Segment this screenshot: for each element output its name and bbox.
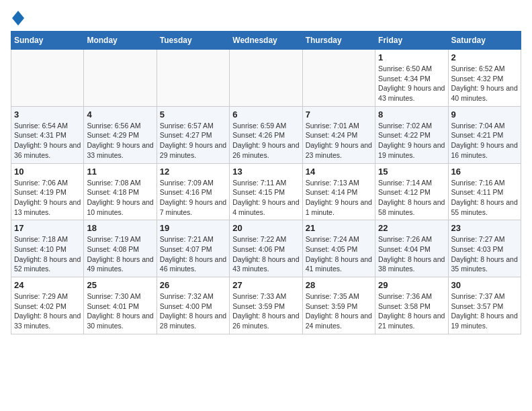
weekday-header: Wednesday (230, 32, 302, 50)
calendar-cell: 18Sunrise: 7:19 AM Sunset: 4:08 PM Dayli… (84, 220, 157, 277)
day-number: 24 (14, 280, 81, 290)
day-info: Sunrise: 6:50 AM Sunset: 4:34 PM Dayligh… (378, 64, 445, 103)
day-info: Sunrise: 7:11 AM Sunset: 4:15 PM Dayligh… (232, 178, 299, 218)
day-number: 28 (306, 280, 372, 290)
calendar-cell: 24Sunrise: 7:29 AM Sunset: 4:02 PM Dayli… (11, 277, 84, 334)
day-number: 16 (451, 167, 518, 177)
day-info: Sunrise: 7:33 AM Sunset: 3:59 PM Dayligh… (232, 291, 299, 331)
calendar-cell: 22Sunrise: 7:26 AM Sunset: 4:04 PM Dayli… (375, 220, 448, 277)
day-number: 20 (232, 223, 299, 233)
weekday-header: Sunday (11, 32, 84, 50)
day-number: 14 (306, 167, 372, 177)
calendar-cell (84, 50, 157, 107)
day-info: Sunrise: 6:54 AM Sunset: 4:31 PM Dayligh… (14, 121, 81, 161)
day-number: 7 (306, 109, 372, 120)
calendar-header-row: SundayMondayTuesdayWednesdayThursdayFrid… (11, 32, 521, 50)
weekday-header: Thursday (302, 32, 375, 50)
calendar-cell: 12Sunrise: 7:09 AM Sunset: 4:16 PM Dayli… (157, 163, 229, 220)
day-info: Sunrise: 6:59 AM Sunset: 4:26 PM Dayligh… (232, 121, 299, 161)
day-info: Sunrise: 7:14 AM Sunset: 4:12 PM Dayligh… (378, 178, 445, 218)
calendar-cell (157, 50, 229, 107)
calendar-cell: 17Sunrise: 7:18 AM Sunset: 4:10 PM Dayli… (11, 220, 84, 277)
header (11, 11, 521, 23)
calendar-cell: 25Sunrise: 7:30 AM Sunset: 4:01 PM Dayli… (84, 277, 157, 334)
calendar-cell: 1Sunrise: 6:50 AM Sunset: 4:34 PM Daylig… (375, 50, 448, 107)
calendar-cell (230, 50, 302, 107)
day-number: 3 (14, 109, 81, 120)
calendar-cell: 11Sunrise: 7:08 AM Sunset: 4:18 PM Dayli… (84, 163, 157, 220)
calendar-cell: 10Sunrise: 7:06 AM Sunset: 4:19 PM Dayli… (11, 163, 84, 220)
calendar-cell: 27Sunrise: 7:33 AM Sunset: 3:59 PM Dayli… (230, 277, 302, 334)
day-number: 13 (232, 167, 299, 177)
day-number: 18 (87, 223, 153, 233)
day-info: Sunrise: 6:56 AM Sunset: 4:29 PM Dayligh… (87, 121, 153, 161)
calendar-cell: 20Sunrise: 7:22 AM Sunset: 4:06 PM Dayli… (230, 220, 302, 277)
calendar-cell: 4Sunrise: 6:56 AM Sunset: 4:29 PM Daylig… (84, 106, 157, 163)
day-info: Sunrise: 7:21 AM Sunset: 4:07 PM Dayligh… (160, 234, 226, 274)
calendar-cell: 28Sunrise: 7:35 AM Sunset: 3:59 PM Dayli… (302, 277, 375, 334)
calendar-cell: 15Sunrise: 7:14 AM Sunset: 4:12 PM Dayli… (375, 163, 448, 220)
calendar-cell: 7Sunrise: 7:01 AM Sunset: 4:24 PM Daylig… (302, 106, 375, 163)
day-info: Sunrise: 7:18 AM Sunset: 4:10 PM Dayligh… (14, 234, 81, 274)
day-info: Sunrise: 7:32 AM Sunset: 4:00 PM Dayligh… (160, 291, 226, 331)
day-info: Sunrise: 7:29 AM Sunset: 4:02 PM Dayligh… (14, 291, 81, 331)
day-number: 4 (87, 109, 153, 120)
calendar-cell: 8Sunrise: 7:02 AM Sunset: 4:22 PM Daylig… (375, 106, 448, 163)
day-number: 8 (378, 109, 445, 120)
calendar-cell: 6Sunrise: 6:59 AM Sunset: 4:26 PM Daylig… (230, 106, 302, 163)
weekday-header: Friday (375, 32, 448, 50)
day-info: Sunrise: 7:24 AM Sunset: 4:05 PM Dayligh… (306, 234, 372, 274)
day-info: Sunrise: 7:09 AM Sunset: 4:16 PM Dayligh… (160, 178, 226, 218)
logo (11, 11, 24, 23)
calendar-week-row: 24Sunrise: 7:29 AM Sunset: 4:02 PM Dayli… (11, 277, 521, 334)
calendar-body: 1Sunrise: 6:50 AM Sunset: 4:34 PM Daylig… (11, 50, 521, 334)
day-number: 15 (378, 167, 445, 177)
calendar-cell: 16Sunrise: 7:16 AM Sunset: 4:11 PM Dayli… (448, 163, 521, 220)
calendar-cell: 9Sunrise: 7:04 AM Sunset: 4:21 PM Daylig… (448, 106, 521, 163)
calendar-cell (302, 50, 375, 107)
day-info: Sunrise: 7:22 AM Sunset: 4:06 PM Dayligh… (232, 234, 299, 274)
calendar-cell: 29Sunrise: 7:36 AM Sunset: 3:58 PM Dayli… (375, 277, 448, 334)
day-number: 9 (451, 109, 518, 120)
calendar-cell: 30Sunrise: 7:37 AM Sunset: 3:57 PM Dayli… (448, 277, 521, 334)
calendar-cell: 2Sunrise: 6:52 AM Sunset: 4:32 PM Daylig… (448, 50, 521, 107)
day-number: 23 (451, 223, 518, 233)
day-number: 21 (306, 223, 372, 233)
day-info: Sunrise: 7:02 AM Sunset: 4:22 PM Dayligh… (378, 121, 445, 161)
day-info: Sunrise: 7:35 AM Sunset: 3:59 PM Dayligh… (306, 291, 372, 331)
day-info: Sunrise: 7:27 AM Sunset: 4:03 PM Dayligh… (451, 234, 518, 274)
day-info: Sunrise: 7:16 AM Sunset: 4:11 PM Dayligh… (451, 178, 518, 218)
day-info: Sunrise: 7:13 AM Sunset: 4:14 PM Dayligh… (306, 178, 372, 218)
day-number: 30 (451, 280, 518, 290)
calendar-week-row: 1Sunrise: 6:50 AM Sunset: 4:34 PM Daylig… (11, 50, 521, 107)
day-number: 11 (87, 167, 153, 177)
calendar-cell: 23Sunrise: 7:27 AM Sunset: 4:03 PM Dayli… (448, 220, 521, 277)
day-info: Sunrise: 7:37 AM Sunset: 3:57 PM Dayligh… (451, 291, 518, 331)
day-number: 22 (378, 223, 445, 233)
calendar-table: SundayMondayTuesdayWednesdayThursdayFrid… (11, 31, 521, 334)
calendar-cell: 13Sunrise: 7:11 AM Sunset: 4:15 PM Dayli… (230, 163, 302, 220)
weekday-header: Monday (84, 32, 157, 50)
day-info: Sunrise: 7:36 AM Sunset: 3:58 PM Dayligh… (378, 291, 445, 331)
day-info: Sunrise: 6:52 AM Sunset: 4:32 PM Dayligh… (451, 64, 518, 103)
svg-marker-0 (12, 11, 24, 26)
day-number: 1 (378, 52, 445, 62)
day-info: Sunrise: 7:19 AM Sunset: 4:08 PM Dayligh… (87, 234, 153, 274)
day-number: 27 (232, 280, 299, 290)
calendar-cell (11, 50, 84, 107)
day-number: 6 (232, 109, 299, 120)
weekday-header: Tuesday (157, 32, 229, 50)
day-number: 19 (160, 223, 226, 233)
calendar-cell: 19Sunrise: 7:21 AM Sunset: 4:07 PM Dayli… (157, 220, 229, 277)
calendar-cell: 14Sunrise: 7:13 AM Sunset: 4:14 PM Dayli… (302, 163, 375, 220)
calendar-cell: 21Sunrise: 7:24 AM Sunset: 4:05 PM Dayli… (302, 220, 375, 277)
calendar-week-row: 10Sunrise: 7:06 AM Sunset: 4:19 PM Dayli… (11, 163, 521, 220)
calendar-cell: 3Sunrise: 6:54 AM Sunset: 4:31 PM Daylig… (11, 106, 84, 163)
weekday-header: Saturday (448, 32, 521, 50)
day-info: Sunrise: 7:08 AM Sunset: 4:18 PM Dayligh… (87, 178, 153, 218)
calendar-week-row: 17Sunrise: 7:18 AM Sunset: 4:10 PM Dayli… (11, 220, 521, 277)
day-info: Sunrise: 7:30 AM Sunset: 4:01 PM Dayligh… (87, 291, 153, 331)
day-number: 25 (87, 280, 153, 290)
day-number: 17 (14, 223, 81, 233)
calendar-cell: 5Sunrise: 6:57 AM Sunset: 4:27 PM Daylig… (157, 106, 229, 163)
